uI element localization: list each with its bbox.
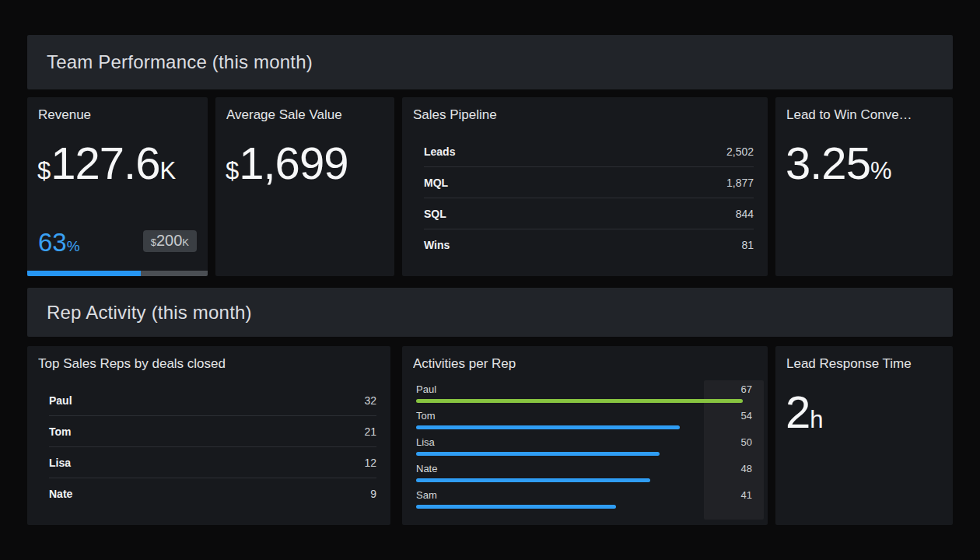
card-title: Activities per Rep xyxy=(413,356,760,372)
table-row: Leads 2,502 xyxy=(424,136,754,167)
bar-track xyxy=(416,399,743,403)
average-sale-number: 1,699 xyxy=(239,138,348,188)
bar-track xyxy=(416,425,743,429)
conversion-number: 3.25 xyxy=(786,138,870,188)
bar-track xyxy=(416,478,743,482)
bar-value: 41 xyxy=(741,489,752,501)
percent-number: 63 xyxy=(38,228,67,257)
row-value: 12 xyxy=(364,457,376,469)
bar-chart-row: Tom 54 xyxy=(416,410,752,429)
bar-label: Sam xyxy=(416,489,437,501)
bar-chart-row: Lisa 50 xyxy=(416,436,752,456)
row-label: SQL xyxy=(424,208,446,220)
bar-fill xyxy=(416,505,616,509)
target-number: 200 xyxy=(156,232,182,249)
currency-symbol: $ xyxy=(151,236,156,248)
top-reps-list: Paul 32 Tom 21 Lisa 12 Nate 9 xyxy=(27,385,390,509)
average-sale-value: $1,699 xyxy=(226,141,348,186)
row-value: 844 xyxy=(736,208,754,220)
bar-value: 50 xyxy=(741,436,752,448)
bar-chart-row: Paul 67 xyxy=(416,383,752,403)
table-row: Paul 32 xyxy=(49,385,376,416)
row-value: 21 xyxy=(364,425,376,438)
section-header-team-performance: Team Performance (this month) xyxy=(27,35,953,89)
table-row: MQL 1,877 xyxy=(424,167,754,198)
row-label: Lisa xyxy=(49,457,71,469)
bar-track xyxy=(416,452,743,456)
bar-value: 54 xyxy=(741,410,752,422)
row-label: Nate xyxy=(49,488,72,500)
pipeline-list: Leads 2,502 MQL 1,877 SQL 844 Wins 81 xyxy=(402,136,768,261)
card-title: Revenue xyxy=(38,107,200,123)
currency-symbol: $ xyxy=(37,157,51,184)
bar-value: 67 xyxy=(741,383,752,395)
bar-label: Nate xyxy=(416,463,437,474)
card-revenue: Revenue $127.6K 63% $200K xyxy=(27,97,208,276)
row-value: 9 xyxy=(370,488,376,500)
row-label: Leads xyxy=(424,145,455,158)
card-title: Lead Response Time xyxy=(786,356,945,372)
revenue-value: $127.6K xyxy=(37,141,176,186)
card-title: Lead to Win Conve… xyxy=(786,107,945,123)
row-value: 32 xyxy=(364,394,376,407)
response-number: 2 xyxy=(786,387,810,437)
card-activities-per-rep: Activities per Rep Paul 67 Tom 54 Lisa 5… xyxy=(402,346,768,525)
table-row: Lisa 12 xyxy=(49,447,376,478)
unit-suffix: K xyxy=(182,236,189,248)
section-title: Rep Activity (this month) xyxy=(47,302,252,324)
row-label: Paul xyxy=(49,394,72,407)
revenue-progress-fill xyxy=(27,271,141,276)
card-title: Average Sale Value xyxy=(226,107,387,123)
card-average-sale-value: Average Sale Value $1,699 xyxy=(215,97,394,276)
bar-fill xyxy=(416,452,660,456)
table-row: SQL 844 xyxy=(424,198,754,229)
bar-track xyxy=(416,505,743,509)
percent-sign: % xyxy=(870,157,892,184)
revenue-progress-track xyxy=(27,271,208,276)
percent-sign: % xyxy=(67,238,80,254)
currency-symbol: $ xyxy=(226,157,239,184)
revenue-percent: 63% xyxy=(38,229,80,255)
bar-fill xyxy=(416,478,650,482)
card-top-sales-reps: Top Sales Reps by deals closed Paul 32 T… xyxy=(27,346,390,525)
row-value: 1,877 xyxy=(726,177,754,189)
row-label: Wins xyxy=(424,239,450,251)
card-title: Top Sales Reps by deals closed xyxy=(38,356,383,372)
table-row: Nate 9 xyxy=(49,478,376,509)
dashboard: { "accent": { "blue": "#2f9df4", "green"… xyxy=(0,0,980,560)
row-label: Tom xyxy=(49,425,72,438)
bar-fill xyxy=(416,399,743,403)
table-row: Tom 21 xyxy=(49,416,376,447)
bar-label: Paul xyxy=(416,383,436,395)
card-lead-response-time: Lead Response Time 2h xyxy=(775,346,953,525)
row-label: MQL xyxy=(424,177,448,189)
revenue-number: 127.6 xyxy=(51,138,159,188)
lead-to-win-value: 3.25% xyxy=(786,141,891,186)
bar-chart: Paul 67 Tom 54 Lisa 50 Nate 48 xyxy=(416,383,752,516)
section-title: Team Performance (this month) xyxy=(47,51,313,73)
row-value: 81 xyxy=(741,239,754,251)
bar-chart-row: Nate 48 xyxy=(416,463,752,482)
bar-value: 48 xyxy=(741,463,752,474)
section-header-rep-activity: Rep Activity (this month) xyxy=(27,288,953,337)
lead-response-value: 2h xyxy=(786,390,824,435)
unit-suffix: K xyxy=(159,157,176,184)
bar-label: Lisa xyxy=(416,436,435,448)
card-lead-to-win-conversion: Lead to Win Conve… 3.25% xyxy=(775,97,953,276)
unit-suffix: h xyxy=(810,406,823,433)
revenue-target-badge: $200K xyxy=(143,230,197,252)
card-title: Sales Pipeline xyxy=(413,107,760,123)
bar-fill xyxy=(416,425,680,429)
card-sales-pipeline: Sales Pipeline Leads 2,502 MQL 1,877 SQL… xyxy=(402,97,768,276)
bar-chart-row: Sam 41 xyxy=(416,489,752,509)
bar-label: Tom xyxy=(416,410,436,422)
table-row: Wins 81 xyxy=(424,229,754,261)
row-value: 2,502 xyxy=(726,145,754,158)
